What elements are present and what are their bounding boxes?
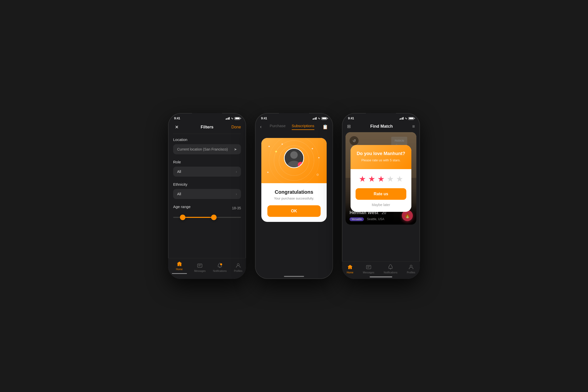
location-value: Current location (San Francisco) (177, 147, 228, 151)
nav-notifications-label-1: Notifications (213, 270, 226, 272)
phone-notch (192, 113, 222, 120)
nav-messages-label-1: Messages (194, 270, 206, 272)
tab-subscriptions[interactable]: Subscriptions (292, 124, 314, 130)
age-slider-thumb-max[interactable] (211, 215, 217, 220)
svg-point-3 (237, 264, 239, 266)
home-indicator-3 (370, 276, 392, 277)
home-icon-1 (176, 261, 182, 267)
signal-icon-1 (226, 117, 230, 120)
age-range-section: Age range 18-35 (168, 201, 246, 223)
svg-rect-16 (366, 265, 371, 269)
nav-home-label-1: Home (176, 268, 183, 271)
notes-icon[interactable]: 📋 (322, 124, 328, 130)
phones-container: 9:41 ∿ ✕ Filters Done Location Current l… (168, 113, 420, 279)
match-card-background: PARKIN G (346, 132, 416, 225)
home-icon-3 (347, 264, 353, 270)
role-chevron-icon: › (236, 170, 237, 174)
done-button[interactable]: Done (231, 125, 241, 129)
home-indicator-2 (284, 276, 304, 277)
messages-icon-3 (366, 264, 372, 270)
star-1[interactable]: ★ (359, 174, 366, 184)
active-tab-indicator (172, 273, 187, 274)
nav-home-3[interactable]: Home (347, 264, 354, 274)
ethnicity-label: Ethnicity (173, 182, 241, 186)
find-match-title: Find Match (370, 124, 393, 129)
svg-point-17 (410, 265, 412, 267)
nav-profiles-label-1: Profiles (234, 270, 242, 272)
rate-modal-overlay: Do you love Manhunt? Please rate us with… (346, 132, 416, 225)
star-3[interactable]: ★ (377, 174, 385, 184)
grid-icon[interactable]: ⊞ (347, 124, 351, 129)
rate-modal: Do you love Manhunt? Please rate us with… (351, 145, 411, 212)
back-button[interactable]: ‹ (260, 124, 262, 129)
role-value: All (177, 170, 181, 174)
svg-point-2 (220, 263, 222, 265)
battery-icon-2 (321, 117, 327, 120)
ethnicity-chevron-icon: › (236, 192, 237, 196)
age-slider-fill (183, 217, 214, 218)
phone-notch-2 (279, 113, 309, 120)
congrats-title: Congratulations (267, 189, 321, 195)
nav-home-label-3: Home (347, 271, 354, 274)
bottom-nav-3: Home Messages Notifications (342, 261, 420, 279)
battery-icon-3 (408, 117, 414, 120)
status-icons-3: ∿ (400, 117, 414, 120)
rate-title: Do you love Manhunt? (356, 151, 406, 156)
wifi-icon-1: ∿ (231, 117, 233, 120)
star-5[interactable]: ★ (396, 174, 403, 184)
sparkle-5: ✦ (267, 171, 269, 174)
rate-subtitle: Please rate us with 5 stars. (356, 158, 406, 162)
status-time-3: 9:41 (348, 117, 354, 120)
rate-bottom-section: ★ ★ ★ ★ ★ Rate us Maybe later (351, 169, 411, 212)
nav-notifications-3[interactable]: Notifications (384, 264, 397, 274)
nav-profiles-3[interactable]: Profiles (407, 264, 415, 274)
star-4[interactable]: ★ (387, 174, 394, 184)
sparkle-6: ⊙ (316, 173, 319, 176)
star-2[interactable]: ★ (368, 174, 375, 184)
age-slider-thumb-min[interactable] (180, 215, 185, 220)
nav-profiles-label-3: Profiles (407, 271, 415, 274)
nav-notifications-1[interactable]: Notifications (213, 263, 226, 272)
svg-rect-1 (198, 264, 202, 267)
ethnicity-select[interactable]: All › (173, 189, 241, 199)
status-icons-1: ∿ (226, 117, 240, 120)
signal-icon-2 (313, 117, 317, 120)
signal-icon-3 (400, 117, 404, 120)
profiles-icon-1 (235, 263, 241, 269)
ok-button[interactable]: OK (267, 205, 321, 217)
phone-find-match: 9:41 ∿ ⊞ Find Match ≡ (342, 113, 420, 279)
status-time-1: 9:41 (174, 117, 180, 120)
purchase-header: ‹ Purchase Subscriptions 📋 (255, 122, 333, 133)
nav-profiles-1[interactable]: Profiles (234, 263, 242, 272)
match-card-container: PARKIN G (346, 132, 416, 225)
congrats-subtitle: Your purchase successfully. (267, 197, 321, 200)
phone-notch-3 (366, 113, 396, 120)
age-range-value: 18-35 (232, 206, 241, 210)
age-range-header: Age range 18-35 (173, 205, 241, 211)
wifi-icon-2: ∿ (318, 117, 320, 120)
nav-home-1[interactable]: Home (172, 261, 187, 274)
nav-messages-1[interactable]: Messages (194, 263, 206, 272)
battery-icon-1 (234, 117, 240, 120)
messages-icon-1 (197, 263, 203, 269)
rate-us-button[interactable]: Rate us (356, 188, 406, 200)
tab-purchase[interactable]: Purchase (270, 124, 285, 130)
location-input[interactable]: Current location (San Francisco) ➤ (173, 144, 241, 154)
profiles-icon-3 (408, 264, 414, 270)
bottom-nav-1: Home Messages Notifications (168, 258, 246, 279)
age-range-label: Age range (173, 205, 190, 209)
congrats-top-section: ✦ ✦ ✦ ✦ ✦ ⊙ ✦ (261, 138, 327, 183)
nav-messages-3[interactable]: Messages (363, 264, 374, 274)
maybe-later-button[interactable]: Maybe later (356, 203, 406, 207)
role-section: Role All › (168, 156, 246, 179)
close-button[interactable]: ✕ (173, 124, 180, 131)
phone-purchase: 9:41 ∿ ‹ Purchase Subscriptions 📋 (255, 113, 333, 279)
location-label: Location (173, 137, 241, 142)
role-select[interactable]: All › (173, 167, 241, 177)
notifications-icon-3 (387, 264, 394, 270)
wifi-icon-3: ∿ (405, 117, 407, 120)
stars-row: ★ ★ ★ ★ ★ (356, 174, 406, 184)
role-label: Role (173, 160, 241, 164)
purchase-modal-overlay: ✦ ✦ ✦ ✦ ✦ ⊙ ✦ (255, 133, 333, 227)
menu-icon[interactable]: ≡ (412, 124, 415, 129)
